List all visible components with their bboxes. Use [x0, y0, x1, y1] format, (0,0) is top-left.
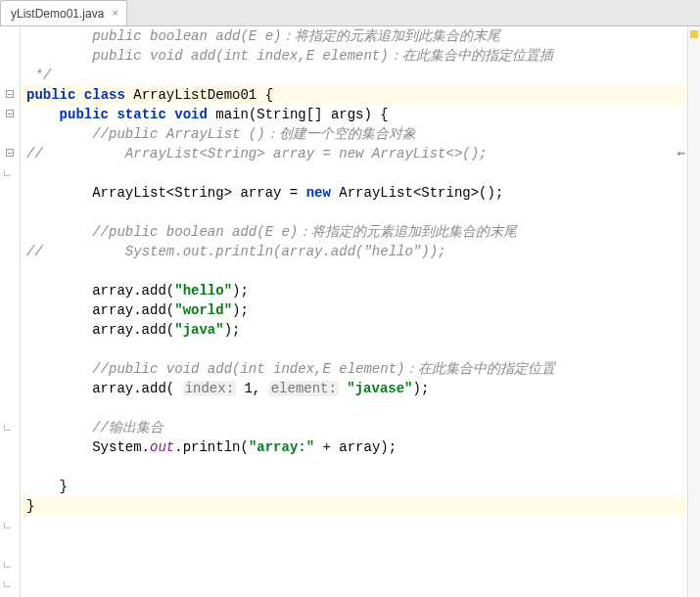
string-literal: "javase" — [347, 381, 412, 396]
code-text: ); — [232, 302, 249, 318]
keyword: class — [84, 87, 125, 103]
comment-slash: // — [26, 146, 43, 161]
code-text: array.add( — [26, 302, 174, 318]
warning-marker-icon[interactable] — [690, 30, 698, 38]
tab-filename: yListDemo01.java — [11, 7, 104, 21]
code-line[interactable]: array.add("world"); — [21, 300, 687, 320]
brace: { — [265, 87, 273, 103]
comment-text: ArrayList<String> array = new ArrayList<… — [43, 146, 488, 161]
code-line[interactable] — [21, 340, 687, 359]
keyword: void — [174, 107, 208, 122]
comment-text: public void add(int index,E element)：在此集… — [26, 48, 553, 64]
code-line[interactable]: //public boolean add(E e)：将指定的元素追加到此集合的末… — [21, 222, 687, 242]
class-name: ArrayListDemo01 — [133, 87, 257, 103]
code-line[interactable]: public class ArrayListDemo01 { — [21, 85, 687, 105]
comment-slash: // — [26, 244, 43, 259]
param-hint: index: — [183, 381, 236, 396]
code-text: 1, — [236, 381, 269, 396]
code-line[interactable] — [21, 203, 687, 222]
code-line[interactable]: ArrayList<String> array = new ArrayList<… — [21, 183, 687, 203]
code-text: ); — [413, 381, 430, 396]
keyword: public — [60, 107, 109, 122]
code-line[interactable]: } — [21, 496, 687, 516]
gutter-mark-icon — [4, 562, 11, 568]
string-literal: "world" — [174, 302, 232, 318]
string-literal: "java" — [174, 322, 223, 338]
code-text: .println( — [174, 439, 249, 455]
comment-text: //public void add(int index,E element)：在… — [26, 361, 555, 377]
comment-text: //public ArrayList ()：创建一个空的集合对象 — [26, 126, 416, 142]
code-line[interactable]: //public ArrayList ()：创建一个空的集合对象 — [21, 124, 687, 144]
method-name: main — [215, 107, 249, 122]
code-line[interactable]: public static void main(String[] args) { — [21, 105, 687, 124]
code-area[interactable]: public boolean add(E e)：将指定的元素追加到此集合的末尾 … — [21, 26, 687, 597]
comment-text: */ — [26, 68, 51, 83]
editor-tab[interactable]: yListDemo01.java × — [0, 0, 127, 25]
code-line[interactable]: //输出集合 — [21, 418, 687, 437]
code-text: ArrayList<String>(); — [331, 185, 503, 201]
code-line[interactable]: */ — [21, 66, 687, 85]
comment-text: //public boolean add(E e)：将指定的元素追加到此集合的末… — [26, 224, 517, 240]
param-hint: element: — [269, 381, 339, 396]
static-field: out — [150, 439, 174, 455]
fold-icon[interactable] — [6, 110, 14, 117]
code-text: array.add( — [26, 322, 174, 338]
brace: } — [26, 498, 34, 514]
keyword: static — [117, 107, 165, 122]
gutter-mark-icon — [4, 170, 11, 176]
code-text: ); — [224, 322, 241, 338]
code-text: array.add( — [26, 381, 183, 396]
code-line[interactable]: public boolean add(E e)：将指定的元素追加到此集合的末尾 — [21, 26, 687, 46]
code-text: ); — [232, 283, 249, 298]
code-text: array.add( — [26, 283, 174, 298]
fold-icon[interactable] — [6, 149, 14, 157]
comment-text: System.out.println(array.add("hello")); — [43, 244, 446, 259]
code-line[interactable] — [21, 457, 687, 477]
code-line[interactable] — [21, 398, 687, 418]
code-line[interactable]: //public void add(int index,E element)：在… — [21, 359, 687, 379]
gutter-mark-icon — [4, 581, 11, 587]
return-arrow-icon: ⇐ — [677, 144, 685, 163]
code-line[interactable]: array.add("java"); — [21, 320, 687, 340]
code-line[interactable]: array.add( index: 1, element: "javase"); — [21, 379, 687, 398]
keyword: new — [306, 185, 331, 201]
brace: } — [26, 479, 68, 494]
editor-tab-bar: yListDemo01.java × — [0, 0, 700, 26]
gutter — [0, 26, 21, 597]
code-text: ArrayList<String> array = — [26, 185, 306, 201]
code-line[interactable] — [21, 261, 687, 281]
keyword: public — [26, 87, 75, 103]
comment-text: public boolean add(E e)：将指定的元素追加到此集合的末尾 — [26, 28, 500, 44]
string-literal: "hello" — [174, 283, 232, 298]
fold-icon[interactable] — [6, 90, 14, 98]
code-line[interactable]: // System.out.println(array.add("hello")… — [21, 242, 687, 261]
code-line[interactable]: // ArrayList<String> array = new ArrayLi… — [21, 144, 687, 163]
overview-ruler[interactable] — [687, 26, 700, 597]
code-line[interactable]: System.out.println("array:" + array); — [21, 437, 687, 457]
gutter-mark-icon — [4, 425, 11, 431]
comment-text: //输出集合 — [26, 420, 163, 436]
code-editor[interactable]: public boolean add(E e)：将指定的元素追加到此集合的末尾 … — [0, 26, 700, 597]
code-text: + array); — [314, 439, 397, 455]
code-text: System. — [26, 439, 150, 455]
code-line[interactable]: array.add("hello"); — [21, 281, 687, 300]
code-line[interactable]: public void add(int index,E element)：在此集… — [21, 46, 687, 66]
gutter-mark-icon — [4, 523, 11, 528]
string-literal: "array:" — [249, 439, 314, 455]
close-icon[interactable]: × — [112, 8, 117, 19]
code-line[interactable]: } — [21, 477, 687, 496]
code-line[interactable] — [21, 163, 687, 183]
code-text: (String[] args) { — [249, 107, 389, 122]
